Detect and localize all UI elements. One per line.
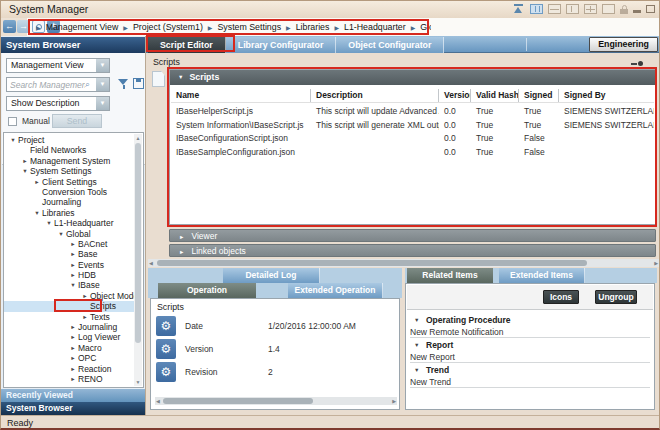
- chevron-down-icon[interactable]: ▼: [68, 280, 78, 290]
- chevron-right-icon[interactable]: ►: [68, 270, 78, 280]
- breadcrumb-item[interactable]: Management View: [46, 22, 119, 32]
- description-mode-dropdown[interactable]: Show Description ▼: [6, 96, 110, 111]
- tree-item-libraries[interactable]: ▼Libraries: [4, 208, 136, 218]
- send-button[interactable]: Send: [52, 114, 102, 128]
- layout-quad-icon[interactable]: [584, 4, 597, 14]
- scroll-left-icon[interactable]: ◀: [156, 397, 160, 405]
- layout-columns-icon[interactable]: [530, 4, 543, 14]
- linked-objects-collapsed-panel[interactable]: ►Linked objects: [169, 244, 656, 257]
- search-dropdown-icon[interactable]: ▼: [96, 78, 109, 91]
- tree-item-project[interactable]: ▼Project: [4, 135, 136, 145]
- tab-library-configurator[interactable]: Library Configurator: [226, 37, 337, 53]
- chevron-down-icon[interactable]: ▼: [20, 166, 30, 176]
- chevron-right-icon[interactable]: ►: [68, 260, 78, 270]
- chevron-down-icon[interactable]: ▼: [8, 135, 18, 145]
- scroll-right-icon[interactable]: ▶: [392, 397, 396, 405]
- tab-detailed-log[interactable]: Detailed Log: [223, 268, 320, 283]
- ungroup-button[interactable]: Ungroup: [595, 290, 637, 304]
- main-horizontal-scrollbar[interactable]: ◀ ▶: [148, 259, 659, 267]
- back-button[interactable]: ←: [3, 20, 16, 33]
- tree-item-opc[interactable]: ►OPC: [4, 353, 136, 363]
- tree-item-reno[interactable]: ►RENO: [4, 374, 136, 384]
- chevron-right-icon[interactable]: ►: [80, 291, 90, 301]
- column-header-name[interactable]: Name: [171, 89, 311, 102]
- related-item-link[interactable]: New Remote Notification: [410, 326, 650, 338]
- save-icon[interactable]: [133, 78, 144, 89]
- recently-viewed-bar[interactable]: Recently Viewed: [1, 389, 145, 402]
- operation-horizontal-scrollbar[interactable]: ◀ ▶: [155, 397, 397, 405]
- column-header-signed[interactable]: Signed: [519, 89, 559, 102]
- tree-item-conversion-tools[interactable]: Conversion Tools: [4, 187, 136, 197]
- tree-item-hdb[interactable]: ►HDB: [4, 270, 136, 280]
- tree-item-macro[interactable]: ►Macro: [4, 343, 136, 353]
- chevron-right-icon[interactable]: ►: [32, 177, 42, 187]
- column-header-description[interactable]: Description: [311, 89, 439, 102]
- chevron-down-icon[interactable]: ▼: [56, 229, 66, 239]
- scripts-panel-header[interactable]: ▼Scripts: [170, 70, 655, 85]
- maximize-icon[interactable]: [646, 5, 655, 13]
- scroll-down-icon[interactable]: ▼: [134, 379, 142, 385]
- chevron-right-icon[interactable]: ►: [68, 239, 78, 249]
- tree-item-global[interactable]: ▼Global: [4, 229, 136, 239]
- table-row[interactable]: IBaseConfigurationScript.json0.0TrueFals…: [171, 132, 654, 146]
- tree-item-log-viewer[interactable]: ►Log Viewer: [4, 332, 136, 342]
- breadcrumb-item[interactable]: Global: [420, 22, 431, 32]
- layout-vsplit-icon[interactable]: [566, 4, 579, 14]
- layout-single-icon[interactable]: [602, 4, 615, 14]
- tree-item-ibase[interactable]: ▼IBase: [4, 280, 136, 290]
- minimize-icon[interactable]: [633, 10, 641, 13]
- tree-item-client-settings[interactable]: ►Client Settings: [4, 177, 136, 187]
- related-item-link[interactable]: New Report: [410, 351, 650, 363]
- chevron-right-icon[interactable]: ►: [68, 374, 78, 384]
- tab-object-configurator[interactable]: Object Configurator: [336, 37, 444, 53]
- breadcrumb-item[interactable]: System Settings: [217, 22, 281, 32]
- tree-item-texts[interactable]: ►Texts: [4, 312, 136, 322]
- chevron-right-icon[interactable]: ►: [68, 353, 78, 363]
- scroll-right-icon[interactable]: ▶: [654, 259, 658, 267]
- system-browser-bar[interactable]: System Browser: [1, 402, 145, 415]
- chevron-down-icon[interactable]: ▼: [96, 97, 109, 110]
- chevron-right-icon[interactable]: ►: [68, 249, 78, 259]
- tree-item-events[interactable]: ►Events: [4, 260, 136, 270]
- search-input[interactable]: [7, 78, 85, 91]
- tree-item-journaling[interactable]: ►Journaling: [4, 322, 136, 332]
- scroll-up-icon[interactable]: ▲: [134, 135, 142, 141]
- view-selector-dropdown[interactable]: Management View ▼: [6, 58, 110, 73]
- tree-item-journaling[interactable]: Journaling: [4, 197, 136, 207]
- chevron-right-icon[interactable]: ►: [68, 322, 78, 332]
- section-header-trend[interactable]: ▼Trend: [410, 364, 650, 376]
- tree-item-management-system[interactable]: ►Management System: [4, 156, 136, 166]
- scroll-left-icon[interactable]: ◀: [149, 259, 153, 267]
- chevron-down-icon[interactable]: ▼: [44, 218, 54, 228]
- table-row[interactable]: System Information\IBaseScript.jsThis sc…: [171, 119, 654, 133]
- tree-item-reaction[interactable]: ►Reaction: [4, 364, 136, 374]
- tree-item-system-settings[interactable]: ▼System Settings: [4, 166, 136, 176]
- tree-item-bacnet[interactable]: ►BACnet: [4, 239, 136, 249]
- tab-script-editor[interactable]: Script Editor: [148, 37, 226, 53]
- breadcrumb-item[interactable]: L1-Headquarter: [344, 22, 406, 32]
- pin-icon[interactable]: [631, 61, 643, 66]
- tree-item-field-networks[interactable]: Field Networks: [4, 145, 136, 155]
- dock-layout-icon[interactable]: [513, 4, 525, 14]
- section-header-operating-procedure[interactable]: ▼Operating Procedure: [410, 314, 650, 326]
- tree-item-object-model[interactable]: ►Object Model: [4, 291, 136, 301]
- chevron-right-icon[interactable]: ►: [68, 364, 78, 374]
- column-header-valid-hash[interactable]: Valid Hash: [471, 89, 519, 102]
- breadcrumb-item[interactable]: Project (System1): [133, 22, 203, 32]
- chevron-right-icon[interactable]: ►: [20, 156, 30, 166]
- tab-extended-operation[interactable]: Extended Operation: [288, 283, 383, 298]
- icons-button[interactable]: Icons: [543, 290, 579, 304]
- filter-icon[interactable]: [118, 79, 129, 90]
- layout-hsplit-icon[interactable]: [548, 4, 561, 14]
- table-row[interactable]: IBaseSampleConfiguration.json0.0TrueFals…: [171, 146, 654, 160]
- tree-item-l1-headquarter[interactable]: ▼L1-Headquarter: [4, 218, 136, 228]
- tab-operation[interactable]: Operation: [158, 283, 256, 298]
- related-item-link[interactable]: New Trend: [410, 376, 650, 388]
- chevron-down-icon[interactable]: ▼: [32, 208, 42, 218]
- table-row[interactable]: IBaseHelperScript.jsThis script will upd…: [171, 105, 654, 119]
- chevron-right-icon[interactable]: ►: [68, 343, 78, 353]
- chevron-right-icon[interactable]: ►: [80, 312, 90, 322]
- tab-extended-items[interactable]: Extended Items: [499, 268, 585, 283]
- column-header-version[interactable]: Version: [439, 89, 471, 102]
- column-header-signed-by[interactable]: Signed By: [559, 89, 654, 102]
